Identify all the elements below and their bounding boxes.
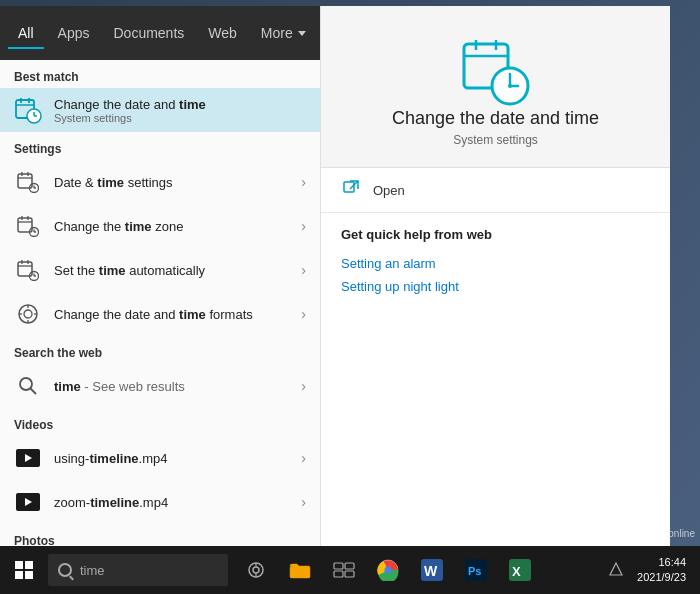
chevron-down-icon	[298, 31, 306, 36]
video-icon-0	[14, 444, 42, 472]
video-text-0: using-timeline.mp4	[54, 451, 289, 466]
video-text-1: zoom-timeline.mp4	[54, 495, 289, 510]
left-panel: All Apps Documents Web More	[0, 6, 320, 546]
settings-title-0: Date & time settings	[54, 175, 289, 190]
open-label: Open	[373, 183, 405, 198]
settings-text-1: Change the time zone	[54, 219, 289, 234]
search-icon	[14, 372, 42, 400]
open-icon	[341, 180, 361, 200]
video-chevron-1: ›	[301, 494, 306, 510]
nav-item-web[interactable]: Web	[198, 19, 247, 47]
search-web-label: Search the web	[0, 336, 320, 364]
task-view-icon[interactable]	[236, 550, 276, 590]
chevron-icon-3: ›	[301, 306, 306, 322]
chrome-icon[interactable]	[368, 550, 408, 590]
svg-marker-73	[610, 563, 622, 575]
photos-label: Photos	[0, 524, 320, 546]
photoshop-icon[interactable]: Ps	[456, 550, 496, 590]
settings-title-2: Set the time automatically	[54, 263, 289, 278]
nav-item-apps[interactable]: Apps	[48, 19, 100, 47]
svg-rect-60	[334, 563, 343, 569]
settings-item-1[interactable]: Change the time zone ›	[0, 204, 320, 248]
calendar-icon	[14, 96, 42, 124]
chevron-icon-2: ›	[301, 262, 306, 278]
video-item-1[interactable]: zoom-timeline.mp4 ›	[0, 480, 320, 524]
settings-text-2: Set the time automatically	[54, 263, 289, 278]
video-title-0: using-timeline.mp4	[54, 451, 289, 466]
settings-icon-0	[14, 168, 42, 196]
app-title-large: Change the date and time	[392, 108, 599, 129]
svg-text:Ps: Ps	[468, 565, 481, 577]
nav-item-more[interactable]: More	[251, 19, 316, 47]
word-icon[interactable]: W	[412, 550, 452, 590]
clock-time: 16:44	[637, 555, 686, 570]
web-search-title: time - See web results	[54, 379, 289, 394]
clock-date: 2021/9/23	[637, 570, 686, 585]
watermark: PConline	[654, 528, 695, 539]
windows-icon	[15, 561, 33, 579]
taskbar-clock[interactable]: 16:44 2021/9/23	[631, 553, 692, 588]
svg-point-32	[24, 310, 32, 318]
taskbar-icons: W Ps X	[236, 550, 540, 590]
best-match-label: Best match	[0, 60, 320, 88]
file-explorer-icon[interactable]	[280, 550, 320, 590]
settings-icon-2	[14, 256, 42, 284]
video-chevron-0: ›	[301, 450, 306, 466]
multi-desktop-icon[interactable]	[324, 550, 364, 590]
best-match-item[interactable]: Change the date and time System settings	[0, 88, 320, 132]
taskbar: time	[0, 546, 700, 594]
svg-rect-63	[345, 571, 354, 577]
taskbar-search-text: time	[80, 563, 105, 578]
svg-point-52	[508, 84, 512, 88]
svg-rect-61	[345, 563, 354, 569]
settings-text-3: Change the date and time formats	[54, 307, 289, 322]
chevron-icon-1: ›	[301, 218, 306, 234]
settings-item-0[interactable]: Date & time settings ›	[0, 160, 320, 204]
svg-point-56	[253, 567, 259, 573]
app-detail-header: Change the date and time System settings	[321, 6, 670, 168]
settings-label: Settings	[0, 132, 320, 160]
quick-help-item-0[interactable]: Setting an alarm	[341, 252, 650, 275]
start-button[interactable]	[0, 546, 48, 594]
taskbar-right: 16:44 2021/9/23	[603, 553, 700, 588]
svg-text:X: X	[512, 564, 521, 579]
search-window: All Apps Documents Web More	[0, 6, 670, 546]
results-list[interactable]: Best match	[0, 60, 320, 546]
svg-text:W: W	[424, 563, 438, 579]
settings-title-1: Change the time zone	[54, 219, 289, 234]
settings-item-2[interactable]: Set the time automatically ›	[0, 248, 320, 292]
video-title-1: zoom-timeline.mp4	[54, 495, 289, 510]
app-subtitle: System settings	[453, 133, 538, 147]
web-search-text: time - See web results	[54, 379, 289, 394]
video-item-0[interactable]: using-timeline.mp4 ›	[0, 436, 320, 480]
nav-bar: All Apps Documents Web More	[0, 6, 320, 60]
svg-rect-62	[334, 571, 343, 577]
video-icon-1	[14, 488, 42, 516]
quick-help-title: Get quick help from web	[341, 227, 650, 242]
svg-point-66	[385, 567, 392, 574]
settings-title-3: Change the date and time formats	[54, 307, 289, 322]
excel-icon[interactable]: X	[500, 550, 540, 590]
nav-item-all[interactable]: All	[8, 19, 44, 47]
quick-help-item-1[interactable]: Setting up night light	[341, 275, 650, 298]
settings-item-3[interactable]: Change the date and time formats ›	[0, 292, 320, 336]
settings-text-0: Date & time settings	[54, 175, 289, 190]
nav-item-documents[interactable]: Documents	[103, 19, 194, 47]
web-search-item[interactable]: time - See web results ›	[0, 364, 320, 408]
videos-label: Videos	[0, 408, 320, 436]
open-action[interactable]: Open	[321, 168, 670, 213]
app-icon-large	[460, 36, 532, 108]
right-panel-body: Open Get quick help from web Setting an …	[321, 168, 670, 546]
taskbar-search-box[interactable]: time	[48, 554, 228, 586]
quick-help-section: Get quick help from web Setting an alarm…	[321, 213, 670, 306]
settings-icon-3	[14, 300, 42, 328]
svg-marker-40	[25, 498, 32, 506]
chevron-icon-0: ›	[301, 174, 306, 190]
taskbar-search-icon	[58, 563, 72, 577]
svg-marker-39	[25, 454, 32, 462]
best-match-subtitle: System settings	[54, 112, 306, 124]
web-chevron-icon: ›	[301, 378, 306, 394]
system-tray[interactable]	[603, 560, 629, 580]
right-panel: Change the date and time System settings…	[320, 6, 670, 546]
settings-icon-1	[14, 212, 42, 240]
